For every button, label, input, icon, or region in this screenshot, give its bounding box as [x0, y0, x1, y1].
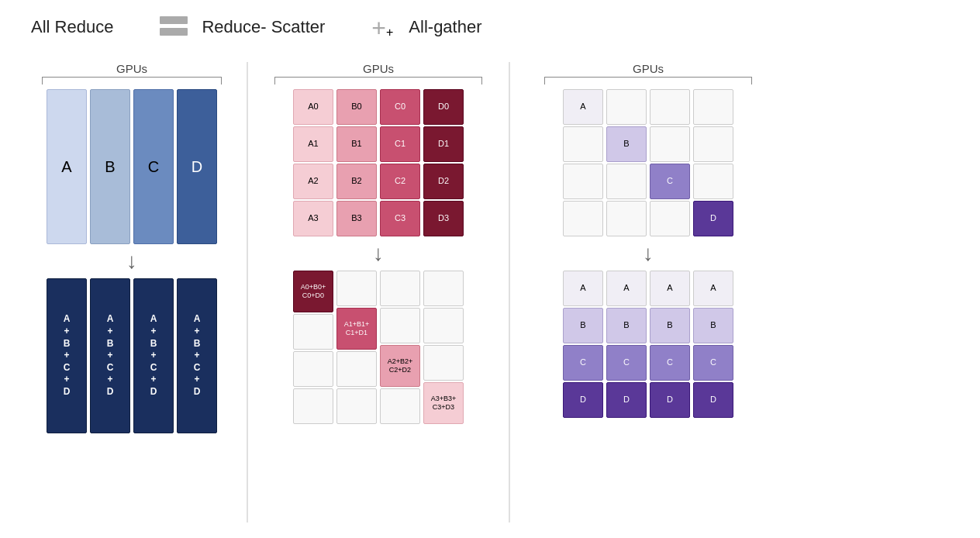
rs-result-cols: A0+B0+ C0+D0 A1+B1+ C1+D1 A2+B2+ C2+D2 — [293, 271, 464, 424]
rs-cell-b1: B1 — [336, 126, 377, 162]
ag-top-1-3 — [606, 201, 647, 236]
ag-arrow: ↓ — [643, 243, 654, 264]
rs-res-1-1: A1+B1+ C1+D1 — [336, 308, 377, 350]
ag-result-col-3: A B C D — [693, 271, 733, 418]
ag-res-3-d: D — [693, 382, 733, 418]
rs-res-3-2 — [423, 345, 464, 381]
ag-top-3-0 — [693, 89, 733, 125]
rs-cell-b2: B2 — [336, 164, 377, 199]
ag-res-2-b: B — [650, 308, 690, 343]
page-container: All Reduce Reduce- Scatter + All-gather … — [0, 0, 980, 538]
all-reduce-top-cols: A B C D — [47, 89, 217, 244]
rs-res-0-1 — [293, 314, 333, 350]
ag-top-3-2 — [693, 164, 733, 199]
ag-top-3-3: D — [693, 201, 733, 236]
ag-gpus-label-container: GPUs — [544, 62, 752, 84]
ag-top-col-1: B — [606, 89, 647, 236]
rs-res-3-0 — [423, 271, 464, 306]
ag-res-2-d: D — [650, 382, 690, 418]
rs-res-1-0 — [336, 271, 377, 306]
divider-1 — [247, 62, 248, 522]
ag-top-2-3 — [650, 201, 690, 236]
rs-res-2-1 — [380, 308, 420, 343]
rs-cell-c1: C1 — [380, 126, 420, 162]
rs-result-col-0: A0+B0+ C0+D0 — [293, 271, 333, 424]
all-reduce-arrow: ↓ — [126, 250, 137, 272]
all-gather-icon: + — [371, 16, 395, 39]
bar-bottom — [160, 28, 188, 36]
all-reduce-result-cols: A + B + C + D A + B + C + D A + B + C + … — [47, 278, 217, 433]
ag-gpus-label: GPUs — [633, 62, 664, 75]
ag-res-3-b: B — [693, 308, 733, 343]
rs-cell-b3: B3 — [336, 201, 377, 236]
ag-top-2-2: C — [650, 164, 690, 199]
ag-result-cols: A B C D A B C D A B C D — [563, 271, 733, 418]
rs-cell-d0: D0 — [423, 89, 464, 125]
ag-res-1-c: C — [606, 345, 647, 381]
header-item-all-reduce: All Reduce — [31, 17, 113, 37]
rs-cell-d1: D1 — [423, 126, 464, 162]
all-gather-section: GPUs A B — [516, 62, 780, 522]
rs-col-d: D0 D1 D2 D3 — [423, 89, 464, 236]
rs-cell-d2: D2 — [423, 164, 464, 199]
rs-cell-c3: C3 — [380, 201, 420, 236]
rs-arrow: ↓ — [373, 243, 384, 264]
reduce-scatter-label: Reduce- Scatter — [202, 17, 325, 37]
ag-result-col-0: A B C D — [563, 271, 603, 418]
ag-top-0-2 — [563, 164, 603, 199]
ag-res-0-a: A — [563, 271, 603, 306]
rs-res-0-2 — [293, 351, 333, 387]
rs-res-2-2: A2+B2+ C2+D2 — [380, 345, 420, 387]
rs-res-3-3: A3+B3+ C3+D3 — [423, 382, 464, 424]
all-reduce-result-col-0: A + B + C + D — [47, 278, 87, 433]
rs-col-a: A0 A1 A2 A3 — [293, 89, 333, 236]
rs-gpus-label: GPUs — [363, 62, 394, 75]
all-reduce-col-b: B — [90, 89, 130, 244]
all-reduce-col-c: C — [133, 89, 174, 244]
rs-res-0-0: A0+B0+ C0+D0 — [293, 271, 333, 312]
rs-cell-c0: C0 — [380, 89, 420, 125]
reduce-scatter-icon — [160, 16, 188, 38]
rs-cell-b0: B0 — [336, 89, 377, 125]
bar-top — [160, 16, 188, 24]
ag-top-1-1: B — [606, 126, 647, 162]
ag-top-0-0: A — [563, 89, 603, 125]
rs-result-col-1: A1+B1+ C1+D1 — [336, 271, 377, 424]
ag-top-col-2: C — [650, 89, 690, 236]
divider-2 — [509, 62, 510, 522]
all-reduce-gpus-bracket — [42, 77, 222, 84]
rs-res-2-0 — [380, 271, 420, 306]
all-reduce-gpus-label: GPUs — [116, 62, 147, 75]
main-row: GPUs A B C D ↓ A + B + C + D A + B + C +… — [23, 62, 957, 522]
ag-res-3-c: C — [693, 345, 733, 381]
rs-cell-d3: D3 — [423, 201, 464, 236]
ag-res-1-b: B — [606, 308, 647, 343]
ag-top-2-1 — [650, 126, 690, 162]
rs-cell-a1: A1 — [293, 126, 333, 162]
ag-top-1-0 — [606, 89, 647, 125]
rs-result-col-2: A2+B2+ C2+D2 — [380, 271, 420, 424]
rs-cell-a3: A3 — [293, 201, 333, 236]
rs-top-cols: A0 A1 A2 A3 B0 B1 B2 B3 C0 C1 C2 C3 — [293, 89, 464, 236]
header-row: All Reduce Reduce- Scatter + All-gather — [23, 16, 957, 39]
ag-top-2-0 — [650, 89, 690, 125]
all-reduce-result-col-3: A + B + C + D — [177, 278, 217, 433]
ag-res-0-d: D — [563, 382, 603, 418]
all-reduce-col-d: D — [177, 89, 217, 244]
rs-gpus-label-container: GPUs — [274, 62, 482, 84]
rs-res-2-3 — [380, 388, 420, 424]
rs-cell-c2: C2 — [380, 164, 420, 199]
ag-res-2-c: C — [650, 345, 690, 381]
rs-res-1-2 — [336, 351, 377, 387]
reduce-scatter-section: GPUs A0 A1 A2 A3 B0 B1 B2 B3 — [254, 62, 502, 522]
ag-res-0-b: B — [563, 308, 603, 343]
ag-top-cols: A B C — [563, 89, 733, 236]
rs-result-col-3: A3+B3+ C3+D3 — [423, 271, 464, 424]
ag-res-2-a: A — [650, 271, 690, 306]
all-gather-label: All-gather — [409, 17, 481, 37]
ag-res-1-d: D — [606, 382, 647, 418]
ag-top-0-3 — [563, 201, 603, 236]
all-reduce-label: All Reduce — [31, 17, 113, 37]
rs-res-1-3 — [336, 388, 377, 424]
all-reduce-result-col-1: A + B + C + D — [90, 278, 130, 433]
